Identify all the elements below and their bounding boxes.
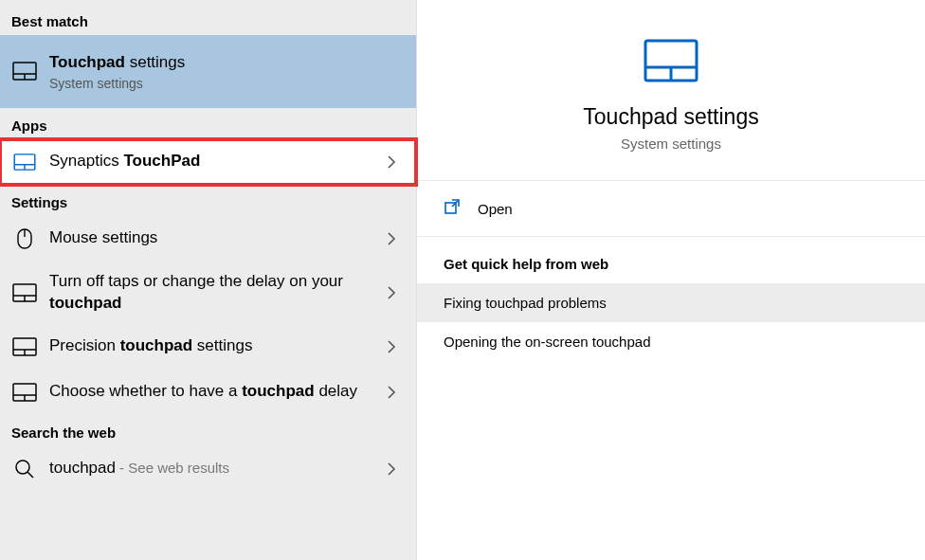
open-external-icon bbox=[444, 198, 461, 219]
result-synaptics-touchpad[interactable]: Synaptics TouchPad bbox=[0, 139, 416, 185]
preview-title: Touchpad settings bbox=[583, 104, 758, 130]
section-header-settings: Settings bbox=[0, 185, 416, 216]
result-text: Mouse settings bbox=[49, 227, 378, 249]
result-title: Choose whether to have a touchpad delay bbox=[49, 381, 378, 403]
section-header-search-web: Search the web bbox=[0, 415, 416, 446]
touchpad-icon bbox=[11, 379, 38, 406]
open-label: Open bbox=[478, 201, 513, 217]
result-title: Synaptics TouchPad bbox=[49, 151, 378, 172]
result-touchpad-delay[interactable]: Choose whether to have a touchpad delay bbox=[0, 370, 416, 415]
result-title: Mouse settings bbox=[49, 227, 378, 249]
chevron-right-icon bbox=[378, 462, 405, 476]
result-touchpad-settings[interactable]: Touchpad settings System settings bbox=[0, 35, 416, 108]
help-item-onscreen-touchpad[interactable]: Opening the on-screen touchpad bbox=[417, 322, 925, 361]
result-precision-touchpad[interactable]: Precision touchpad settings bbox=[0, 324, 416, 370]
result-title: Touchpad settings bbox=[49, 52, 405, 74]
touchpad-icon bbox=[11, 280, 38, 306]
open-action[interactable]: Open bbox=[417, 181, 925, 237]
search-icon bbox=[11, 456, 38, 482]
touchpad-icon bbox=[11, 58, 38, 84]
section-header-best-match: Best match bbox=[0, 4, 416, 35]
touchpad-icon bbox=[11, 334, 38, 360]
result-title: Turn off taps or change the delay on you… bbox=[49, 271, 378, 315]
help-header: Get quick help from web bbox=[417, 237, 925, 283]
preview-subtitle: System settings bbox=[621, 135, 721, 152]
chevron-right-icon bbox=[378, 340, 405, 353]
search-results-panel: Best match Touchpad settings System sett… bbox=[0, 0, 417, 560]
preview-panel: Touchpad settings System settings Open G… bbox=[417, 0, 925, 560]
section-header-apps: Apps bbox=[0, 108, 416, 139]
touchpad-large-icon bbox=[643, 38, 699, 87]
result-text: touchpad - See web results bbox=[49, 458, 378, 479]
result-search-web-touchpad[interactable]: touchpad - See web results bbox=[0, 446, 416, 492]
result-text: Synaptics TouchPad bbox=[49, 151, 378, 172]
result-subtitle: System settings bbox=[49, 76, 405, 91]
result-text: Precision touchpad settings bbox=[49, 335, 378, 357]
mouse-icon bbox=[11, 226, 38, 252]
result-mouse-settings[interactable]: Mouse settings bbox=[0, 216, 416, 262]
chevron-right-icon bbox=[378, 232, 405, 245]
svg-line-18 bbox=[27, 472, 33, 478]
result-title: Precision touchpad settings bbox=[49, 335, 378, 357]
svg-point-17 bbox=[16, 461, 29, 474]
result-text: Choose whether to have a touchpad delay bbox=[49, 381, 378, 403]
result-title: touchpad - See web results bbox=[49, 458, 378, 479]
chevron-right-icon bbox=[378, 155, 405, 169]
result-turn-off-taps[interactable]: Turn off taps or change the delay on you… bbox=[0, 262, 416, 324]
chevron-right-icon bbox=[378, 286, 405, 299]
chevron-right-icon bbox=[378, 386, 405, 399]
preview-header: Touchpad settings System settings bbox=[417, 0, 925, 181]
result-text: Touchpad settings System settings bbox=[49, 52, 405, 91]
help-item-fixing-touchpad[interactable]: Fixing touchpad problems bbox=[417, 283, 925, 322]
result-text: Turn off taps or change the delay on you… bbox=[49, 271, 378, 315]
touchpad-app-icon bbox=[11, 149, 38, 175]
